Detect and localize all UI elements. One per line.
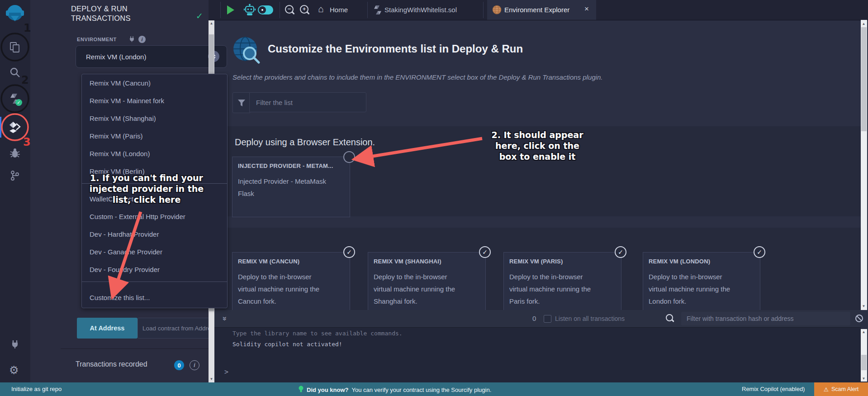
zoom-in-icon[interactable]: + [300,5,308,14]
injected-provider-checkbox[interactable] [343,151,355,163]
environment-dropdown-list: Remix VM (Cancun) Remix VM - Mainnet for… [81,74,228,308]
scam-alert-button[interactable]: ⚠ Scam Alert [814,382,868,396]
remix-ide-window: ✓ [0,0,868,396]
environment-explorer-header-icon [232,36,261,67]
deploy-run-panel: DEPLOY & RUN TRANSACTIONS ✓ › ENVIRONMEN… [30,0,209,382]
remix-vm-cancun-checkbox[interactable]: ✓ [343,246,355,258]
search-icon[interactable] [9,67,21,80]
terminal-filter-input[interactable] [681,312,850,325]
copilot-status[interactable]: Remix Copilot (enabled) [742,386,805,392]
env-option-external-http[interactable]: Custom - External Http Provider [82,208,225,225]
card-body: Deploy to the in-browser virtual machine… [649,271,737,307]
card-body: Deploy to the in-browser virtual machine… [238,271,327,307]
terminal-prompt[interactable]: > [224,368,228,376]
card-body: Deploy to the in-browser virtual machine… [374,271,462,307]
injected-provider-card[interactable]: INJECTED PROVIDER - METAM... Injected Pr… [232,157,350,217]
remix-vm-paris-checkbox[interactable]: ✓ [615,246,626,258]
scroll-up-arrow-icon[interactable]: ▲ [209,21,214,25]
clear-console-icon[interactable] [855,314,863,324]
env-option-foundry[interactable]: Dev - Foundry Provider [82,261,225,278]
plugin-manager-icon[interactable] [9,339,20,352]
env-plug-icon[interactable] [128,36,135,44]
status-bar: Initialize as git repo Did you know? You… [0,382,868,396]
card-title: REMIX VM (PARIS) [509,258,563,265]
deploy-run-icon[interactable] [9,121,21,135]
init-git-repo-button[interactable]: Initialize as git repo [11,386,62,392]
card-body: Injected Provider - MetaMask Flask [238,175,334,200]
close-tab-icon[interactable]: × [584,5,589,14]
page-subtitle: Select the providers and chains to inclu… [232,73,602,81]
remix-logo[interactable] [5,3,25,26]
card-title: REMIX VM (LONDON) [649,258,710,265]
tip-bold-label: Did you know? [307,386,348,393]
card-body: Deploy to the in-browser virtual machine… [509,271,598,307]
scroll-down-arrow-icon[interactable]: ▼ [209,377,214,381]
activity-bar: ✓ [0,0,31,382]
remix-vm-shanghai-card[interactable]: REMIX VM (SHANGHAI) Deploy to the in-bro… [368,252,486,310]
env-option-remix-vm-berlin[interactable]: Remix VM (Berlin) [82,162,225,180]
env-option-customize-list[interactable]: Customize this list... [82,289,225,306]
scroll-up-arrow-icon[interactable]: ▲ [861,330,867,334]
filter-funnel-icon [232,92,250,113]
remix-vm-cancun-card[interactable]: REMIX VM (CANCUN) Deploy to the in-brows… [232,252,350,310]
tip-text: You can verify your contract using the S… [351,386,491,393]
terminal-scrollbar[interactable]: ▲ ▼ [861,329,867,382]
browser-extension-heading: Deploy using a Browser Extension. [235,137,375,148]
panel-title: DEPLOY & RUN TRANSACTIONS [71,4,180,23]
main-content-scrollbar[interactable]: ▲ ▼ [861,20,867,310]
ai-copilot-robot-icon[interactable] [244,4,256,18]
home-icon[interactable]: ⌂ [318,4,324,14]
env-option-remix-vm-shanghai[interactable]: Remix VM (Shanghai) [82,110,225,127]
debugger-icon[interactable] [9,148,20,160]
env-option-remix-vm-paris[interactable]: Remix VM (Paris) [82,127,225,145]
solidity-compiler-icon[interactable]: ✓ [9,93,21,106]
scroll-up-arrow-icon[interactable]: ▲ [861,22,867,26]
env-info-icon[interactable]: i [138,36,146,43]
environment-select[interactable]: Remix VM (London) [76,45,227,68]
env-option-mainnet-fork[interactable]: Remix VM - Mainnet fork [82,92,225,110]
terminal-collapse-icon[interactable]: » [220,316,229,320]
terminal: Type the library name to see available c… [214,310,861,382]
remix-vm-london-checkbox[interactable]: ✓ [754,246,765,258]
env-option-remix-vm-london[interactable]: Remix VM (London) [82,145,225,162]
dropdown-divider [82,281,227,282]
listen-transactions-label: Listen on all transactions [555,315,625,322]
transaction-count: 0 [532,315,536,322]
tab-separator [483,2,484,18]
env-option-hardhat[interactable]: Dev - Hardhat Provider [82,225,225,243]
env-option-remix-vm-cancun[interactable]: Remix VM (Cancun) [82,74,225,92]
dropdown-divider [82,183,227,184]
listen-transactions-checkbox[interactable] [544,315,551,323]
transactions-info-icon[interactable]: i [190,360,199,370]
scrollbar-thumb[interactable] [861,27,867,131]
at-address-button[interactable]: At Address [77,318,138,339]
file-explorer-icon[interactable] [9,41,21,55]
terminal-header: » 0 Listen on all transactions [214,310,861,328]
transactions-recorded-label: Transactions recorded [76,360,147,368]
vm-section: REMIX VM (CANCUN) Deploy to the in-brows… [214,228,861,310]
git-icon[interactable] [9,170,20,183]
warning-icon: ⚠ [824,386,829,393]
terminal-log-line: Solidity copilot not activated! [232,341,342,348]
terminal-log-line: Type the library name to see available c… [232,330,403,337]
zoom-out-icon[interactable]: − [285,5,294,14]
remix-vm-paris-card[interactable]: REMIX VM (PARIS) Deploy to the in-browse… [503,252,621,310]
home-tab-label[interactable]: Home [330,6,348,14]
scrollbar-thumb[interactable] [861,355,867,370]
compile-success-badge: ✓ [15,99,22,106]
copilot-toggle[interactable] [258,5,273,14]
environment-filter-input[interactable] [249,92,366,112]
lightbulb-icon [299,386,304,394]
environment-label: ENVIRONMENT [77,37,117,42]
scroll-down-arrow-icon[interactable]: ▼ [861,377,867,381]
env-option-ganache[interactable]: Dev - Ganache Provider [82,243,225,261]
settings-gear-icon[interactable]: ⚙ [9,364,19,377]
remix-vm-shanghai-checkbox[interactable]: ✓ [479,246,491,258]
scroll-down-arrow-icon[interactable]: ▼ [861,304,867,308]
env-option-walletconnect[interactable]: WalletConnect [82,190,225,208]
remix-vm-london-card[interactable]: REMIX VM (LONDON) Deploy to the in-brows… [643,252,760,310]
run-script-play-button[interactable] [227,5,234,14]
env-ok-check-icon: ✓ [196,11,203,21]
tab-staking-with-whitelist[interactable]: StakingWithWhitelist.sol [384,6,457,14]
page-title: Customize the Environments list in Deplo… [268,43,523,55]
